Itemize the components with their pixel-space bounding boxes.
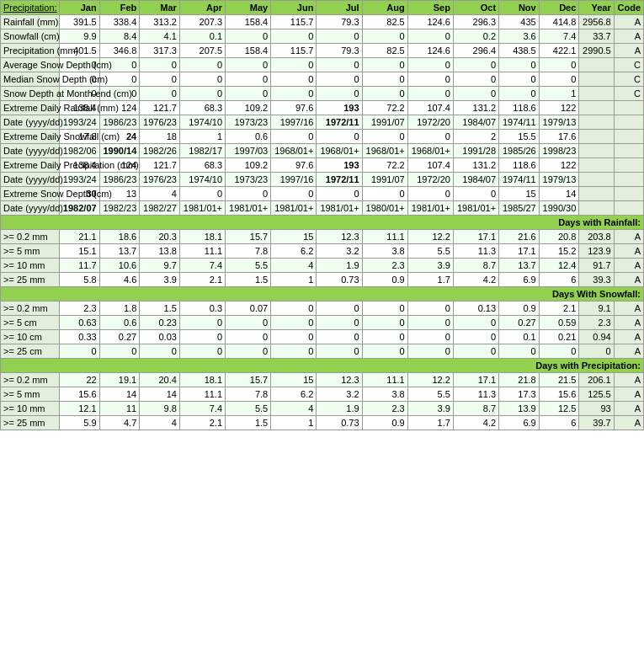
table-row: >= 25 mm5.94.742.11.510.730.91.74.26.963…	[1, 416, 644, 430]
data-cell: 1998/23	[539, 144, 579, 158]
data-cell: 1981/01+	[179, 201, 225, 216]
data-cell: 1	[271, 273, 317, 287]
data-cell: 317.3	[140, 44, 180, 58]
data-cell: 39.7	[579, 416, 614, 430]
data-cell: 0	[226, 29, 271, 44]
data-cell: 1968/01+	[271, 144, 317, 158]
table-row: >= 25 cm0000000000000A	[1, 344, 644, 359]
data-cell: 0	[579, 344, 614, 359]
data-cell: 115.7	[271, 15, 317, 29]
data-cell: 0	[407, 130, 453, 144]
data-cell: 0	[407, 316, 453, 330]
data-cell: 0	[226, 330, 271, 344]
section-header: Days with Rainfall:	[1, 216, 644, 230]
data-cell: 17.6	[539, 130, 579, 144]
data-cell: 0	[179, 87, 225, 101]
data-cell: 9.7	[140, 259, 180, 273]
col-header-oct: Oct	[453, 1, 498, 15]
data-cell: 122	[539, 101, 579, 115]
data-cell: 15.2	[539, 244, 579, 259]
data-cell: 0	[407, 87, 453, 101]
data-cell: 1982/26	[140, 144, 180, 158]
row-label: Precipitation (mm)	[1, 44, 60, 58]
data-cell: A	[614, 387, 643, 402]
section-header: Days With Snowfall:	[1, 287, 644, 301]
table-row: Extreme Daily Precipitation (mm)138.4124…	[1, 158, 644, 173]
data-cell	[614, 173, 643, 187]
data-cell: 0	[362, 344, 407, 359]
row-label: Average Snow Depth (cm)	[1, 58, 60, 72]
data-cell: 1984/07	[453, 115, 498, 130]
row-label: >= 10 cm	[1, 330, 60, 344]
data-cell: 22	[60, 373, 100, 387]
data-cell: 1980/01+	[362, 201, 407, 216]
row-label: >= 5 mm	[1, 244, 60, 259]
data-cell: 1979/13	[539, 173, 579, 187]
data-cell: 0	[271, 72, 317, 87]
data-cell: 97.6	[271, 101, 317, 115]
data-cell: 14	[140, 387, 180, 402]
data-cell: 0	[140, 344, 180, 359]
data-cell: 0	[271, 29, 317, 44]
data-cell: 0	[179, 58, 225, 72]
data-cell: 14	[539, 187, 579, 201]
climate-table: Precipitation: Jan Feb Mar Apr May Jun J…	[0, 0, 644, 430]
data-cell: 9.9	[60, 29, 100, 44]
data-cell: 0	[271, 58, 317, 72]
col-header-may: May	[226, 1, 271, 15]
data-cell: 2.3	[579, 316, 614, 330]
data-cell: 0	[179, 344, 225, 359]
data-cell: 0	[317, 130, 362, 144]
data-cell: 0	[226, 316, 271, 330]
data-cell: 20.4	[140, 373, 180, 387]
data-cell: 1985/27	[499, 201, 540, 216]
data-cell: 338.4	[99, 15, 140, 29]
data-cell: 0	[317, 58, 362, 72]
table-row: Precipitation (mm)401.5346.8317.3207.515…	[1, 44, 644, 58]
data-cell	[614, 115, 643, 130]
data-cell: 158.4	[226, 44, 271, 58]
data-cell	[579, 130, 614, 144]
data-cell: 5.8	[60, 273, 100, 287]
data-cell: 1982/23	[99, 201, 140, 216]
data-cell: 6	[539, 273, 579, 287]
data-cell: 79.3	[317, 44, 362, 58]
data-cell: C	[614, 87, 643, 101]
data-cell: 0	[362, 72, 407, 87]
data-cell: 12.4	[539, 259, 579, 273]
row-label: Median Snow Depth (cm)	[1, 72, 60, 87]
data-cell: A	[614, 230, 643, 244]
data-cell: 0	[407, 301, 453, 316]
data-cell: 2.1	[179, 273, 225, 287]
col-header-jan: Jan	[60, 1, 100, 15]
data-cell: 0	[317, 72, 362, 87]
row-label: Extreme Snow Depth (cm)	[1, 187, 60, 201]
row-label: >= 0.2 mm	[1, 373, 60, 387]
data-cell: 0.73	[317, 273, 362, 287]
data-cell: A	[614, 344, 643, 359]
data-cell: 97.6	[271, 158, 317, 173]
row-label: >= 5 mm	[1, 387, 60, 402]
data-cell	[579, 87, 614, 101]
data-cell: 3.8	[362, 387, 407, 402]
row-label: Date (yyyy/dd)	[1, 144, 60, 158]
table-row: Average Snow Depth (cm)000000000000C	[1, 58, 644, 72]
data-cell: 18.1	[179, 230, 225, 244]
data-cell: 72.2	[362, 101, 407, 115]
data-cell: 1985/26	[499, 144, 540, 158]
table-row: >= 0.2 mm2.31.81.50.30.0700000.130.92.19…	[1, 301, 644, 316]
data-cell: 0.03	[140, 330, 180, 344]
data-cell: 1976/23	[140, 115, 180, 130]
data-cell: 1	[539, 87, 579, 101]
table-row: Days with Precipitation:	[1, 359, 644, 373]
data-cell: 3.2	[317, 387, 362, 402]
data-cell: 2990.5	[579, 44, 614, 58]
col-header-feb: Feb	[99, 1, 140, 15]
data-cell: 6	[539, 416, 579, 430]
data-cell: 3.9	[140, 273, 180, 287]
table-row: >= 10 mm12.1119.87.45.541.92.33.98.713.9…	[1, 402, 644, 416]
data-cell: 7.4	[179, 402, 225, 416]
data-cell: 0	[226, 72, 271, 87]
data-cell: 20.3	[140, 230, 180, 244]
data-cell: 21.8	[499, 373, 540, 387]
